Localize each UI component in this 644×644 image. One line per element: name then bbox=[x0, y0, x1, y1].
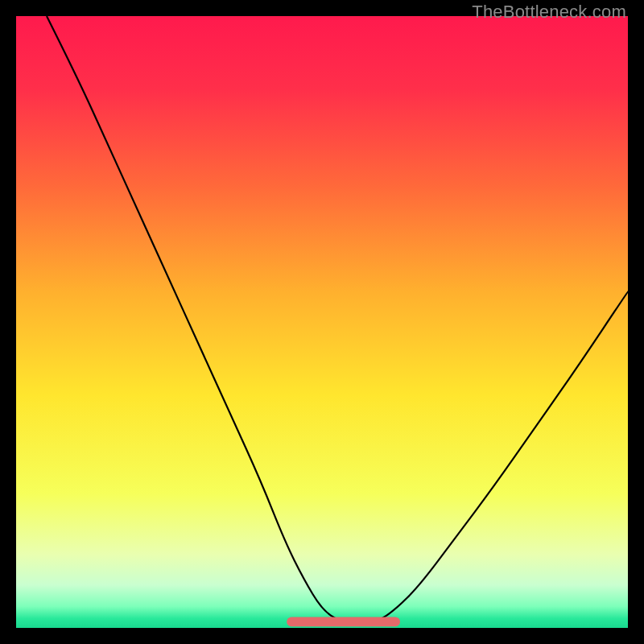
plot-area bbox=[16, 16, 628, 628]
watermark-text: TheBottleneck.com bbox=[472, 2, 626, 23]
chart-frame: TheBottleneck.com bbox=[0, 0, 644, 644]
bottleneck-curve bbox=[47, 16, 628, 621]
curve-layer bbox=[16, 16, 628, 628]
